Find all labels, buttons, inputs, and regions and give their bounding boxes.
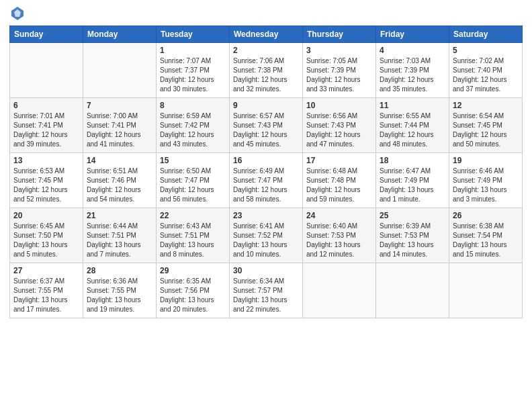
day-info: Sunrise: 7:02 AMSunset: 7:40 PMDaylight:… <box>453 56 519 94</box>
day-number: 11 <box>380 101 445 110</box>
logo <box>9 7 24 20</box>
day-cell <box>303 263 376 318</box>
day-number: 1 <box>160 46 226 55</box>
day-cell <box>83 43 157 98</box>
day-number: 25 <box>380 211 445 220</box>
day-cell: 10Sunrise: 6:56 AMSunset: 7:43 PMDayligh… <box>303 98 376 153</box>
day-info: Sunrise: 6:57 AMSunset: 7:43 PMDaylight:… <box>233 111 299 149</box>
day-header-saturday: Saturday <box>449 26 523 43</box>
day-number: 5 <box>453 46 519 55</box>
day-cell: 25Sunrise: 6:39 AMSunset: 7:53 PMDayligh… <box>376 208 449 263</box>
day-cell: 3Sunrise: 7:05 AMSunset: 7:39 PMDaylight… <box>303 43 376 98</box>
day-info: Sunrise: 7:06 AMSunset: 7:38 PMDaylight:… <box>233 56 299 94</box>
day-number: 3 <box>306 46 372 55</box>
day-info: Sunrise: 6:45 AMSunset: 7:50 PMDaylight:… <box>13 222 79 259</box>
day-cell: 24Sunrise: 6:40 AMSunset: 7:53 PMDayligh… <box>303 208 376 263</box>
day-info: Sunrise: 6:41 AMSunset: 7:52 PMDaylight:… <box>233 222 299 259</box>
day-number: 27 <box>13 266 79 275</box>
day-info: Sunrise: 6:56 AMSunset: 7:43 PMDaylight:… <box>306 111 372 149</box>
day-cell: 20Sunrise: 6:45 AMSunset: 7:50 PMDayligh… <box>10 208 83 263</box>
day-number: 29 <box>160 266 226 275</box>
day-cell: 11Sunrise: 6:55 AMSunset: 7:44 PMDayligh… <box>376 98 449 153</box>
day-cell: 13Sunrise: 6:53 AMSunset: 7:45 PMDayligh… <box>10 153 83 208</box>
day-cell: 6Sunrise: 7:01 AMSunset: 7:41 PMDaylight… <box>10 98 83 153</box>
day-info: Sunrise: 6:54 AMSunset: 7:45 PMDaylight:… <box>453 111 519 149</box>
day-cell: 16Sunrise: 6:49 AMSunset: 7:47 PMDayligh… <box>230 153 303 208</box>
day-cell: 14Sunrise: 6:51 AMSunset: 7:46 PMDayligh… <box>83 153 157 208</box>
day-cell: 21Sunrise: 6:44 AMSunset: 7:51 PMDayligh… <box>83 208 157 263</box>
page: SundayMondayTuesdayWednesdayThursdayFrid… <box>0 0 532 411</box>
day-header-sunday: Sunday <box>10 26 83 43</box>
day-number: 2 <box>233 46 299 55</box>
day-number: 18 <box>380 156 445 165</box>
day-number: 22 <box>160 211 226 220</box>
day-info: Sunrise: 6:43 AMSunset: 7:51 PMDaylight:… <box>160 222 226 259</box>
day-info: Sunrise: 6:47 AMSunset: 7:49 PMDaylight:… <box>380 167 445 204</box>
day-number: 12 <box>453 101 519 110</box>
day-number: 14 <box>87 156 152 165</box>
calendar-body: 1Sunrise: 7:07 AMSunset: 7:37 PMDaylight… <box>10 43 523 318</box>
week-row-2: 6Sunrise: 7:01 AMSunset: 7:41 PMDaylight… <box>10 98 523 153</box>
day-header-wednesday: Wednesday <box>230 26 303 43</box>
day-info: Sunrise: 6:50 AMSunset: 7:47 PMDaylight:… <box>160 167 226 204</box>
day-info: Sunrise: 6:35 AMSunset: 7:56 PMDaylight:… <box>160 277 226 314</box>
day-cell: 30Sunrise: 6:34 AMSunset: 7:57 PMDayligh… <box>230 263 303 318</box>
day-number: 4 <box>380 46 445 55</box>
day-cell <box>449 263 523 318</box>
day-info: Sunrise: 6:34 AMSunset: 7:57 PMDaylight:… <box>233 277 299 314</box>
day-info: Sunrise: 7:07 AMSunset: 7:37 PMDaylight:… <box>160 56 226 94</box>
day-number: 7 <box>87 101 152 110</box>
day-cell: 5Sunrise: 7:02 AMSunset: 7:40 PMDaylight… <box>449 43 523 98</box>
day-number: 6 <box>13 101 79 110</box>
day-info: Sunrise: 6:37 AMSunset: 7:55 PMDaylight:… <box>13 277 79 314</box>
calendar-header-row: SundayMondayTuesdayWednesdayThursdayFrid… <box>10 26 523 43</box>
day-cell: 28Sunrise: 6:36 AMSunset: 7:55 PMDayligh… <box>83 263 157 318</box>
calendar-table: SundayMondayTuesdayWednesdayThursdayFrid… <box>9 26 523 318</box>
day-number: 10 <box>306 101 372 110</box>
day-number: 21 <box>87 211 152 220</box>
day-cell: 23Sunrise: 6:41 AMSunset: 7:52 PMDayligh… <box>230 208 303 263</box>
day-cell: 8Sunrise: 6:59 AMSunset: 7:42 PMDaylight… <box>157 98 230 153</box>
day-number: 28 <box>87 266 152 275</box>
day-cell: 29Sunrise: 6:35 AMSunset: 7:56 PMDayligh… <box>157 263 230 318</box>
day-cell: 17Sunrise: 6:48 AMSunset: 7:48 PMDayligh… <box>303 153 376 208</box>
day-number: 23 <box>233 211 299 220</box>
day-number: 19 <box>453 156 519 165</box>
day-cell: 19Sunrise: 6:46 AMSunset: 7:49 PMDayligh… <box>449 153 523 208</box>
day-info: Sunrise: 7:05 AMSunset: 7:39 PMDaylight:… <box>306 56 372 94</box>
day-cell: 12Sunrise: 6:54 AMSunset: 7:45 PMDayligh… <box>449 98 523 153</box>
week-row-3: 13Sunrise: 6:53 AMSunset: 7:45 PMDayligh… <box>10 153 523 208</box>
day-cell <box>376 263 449 318</box>
day-number: 30 <box>233 266 299 275</box>
day-cell: 26Sunrise: 6:38 AMSunset: 7:54 PMDayligh… <box>449 208 523 263</box>
day-info: Sunrise: 7:03 AMSunset: 7:39 PMDaylight:… <box>380 56 445 94</box>
day-header-thursday: Thursday <box>303 26 376 43</box>
day-number: 17 <box>306 156 372 165</box>
day-cell <box>10 43 83 98</box>
day-header-monday: Monday <box>83 26 157 43</box>
day-info: Sunrise: 7:01 AMSunset: 7:41 PMDaylight:… <box>13 111 79 149</box>
day-cell: 9Sunrise: 6:57 AMSunset: 7:43 PMDaylight… <box>230 98 303 153</box>
day-cell: 7Sunrise: 7:00 AMSunset: 7:41 PMDaylight… <box>83 98 157 153</box>
day-number: 9 <box>233 101 299 110</box>
logo-icon <box>11 7 24 20</box>
header <box>9 7 523 20</box>
day-cell: 27Sunrise: 6:37 AMSunset: 7:55 PMDayligh… <box>10 263 83 318</box>
day-info: Sunrise: 6:48 AMSunset: 7:48 PMDaylight:… <box>306 167 372 204</box>
day-info: Sunrise: 6:55 AMSunset: 7:44 PMDaylight:… <box>380 111 445 149</box>
day-info: Sunrise: 6:38 AMSunset: 7:54 PMDaylight:… <box>453 222 519 259</box>
day-number: 13 <box>13 156 79 165</box>
day-header-friday: Friday <box>376 26 449 43</box>
day-info: Sunrise: 6:39 AMSunset: 7:53 PMDaylight:… <box>380 222 445 259</box>
day-number: 26 <box>453 211 519 220</box>
day-info: Sunrise: 6:59 AMSunset: 7:42 PMDaylight:… <box>160 111 226 149</box>
day-number: 24 <box>306 211 372 220</box>
day-cell: 15Sunrise: 6:50 AMSunset: 7:47 PMDayligh… <box>157 153 230 208</box>
day-info: Sunrise: 7:00 AMSunset: 7:41 PMDaylight:… <box>87 111 152 149</box>
day-info: Sunrise: 6:46 AMSunset: 7:49 PMDaylight:… <box>453 167 519 204</box>
day-number: 16 <box>233 156 299 165</box>
day-info: Sunrise: 6:49 AMSunset: 7:47 PMDaylight:… <box>233 167 299 204</box>
day-number: 15 <box>160 156 226 165</box>
day-cell: 22Sunrise: 6:43 AMSunset: 7:51 PMDayligh… <box>157 208 230 263</box>
day-info: Sunrise: 6:44 AMSunset: 7:51 PMDaylight:… <box>87 222 152 259</box>
